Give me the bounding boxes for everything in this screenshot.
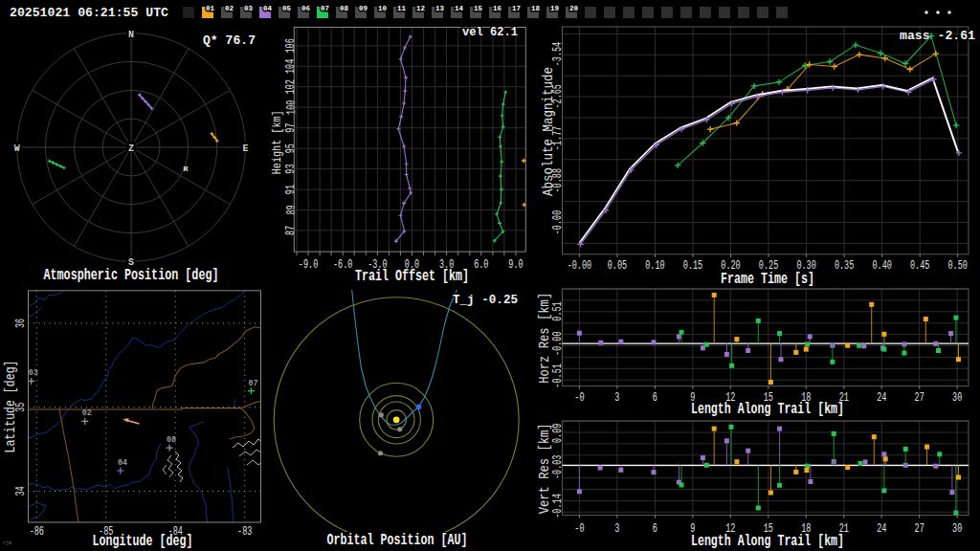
- svg-text:W: W: [14, 143, 20, 154]
- svg-text:0.15: 0.15: [683, 259, 702, 273]
- svg-text:10: 10: [378, 4, 387, 12]
- svg-text:-0.00: -0.00: [551, 210, 565, 235]
- svg-text:0.35: 0.35: [835, 259, 854, 273]
- svg-text:rjm: rjm: [3, 540, 11, 546]
- svg-text:0.50: 0.50: [948, 259, 968, 273]
- svg-text:30: 30: [952, 391, 962, 405]
- svg-text:Horz Res [km]: Horz Res [km]: [538, 293, 554, 384]
- svg-text:-86: -86: [30, 525, 44, 539]
- svg-text:0.10: 0.10: [645, 259, 664, 273]
- svg-text:97: 97: [285, 123, 299, 133]
- svg-text:09: 09: [359, 4, 368, 12]
- svg-text:17: 17: [512, 4, 521, 12]
- svg-text:18: 18: [531, 4, 540, 12]
- svg-text:-6.0: -6.0: [333, 258, 352, 272]
- svg-text:100: 100: [285, 100, 299, 115]
- svg-text:Height [km]: Height [km]: [270, 110, 284, 174]
- svg-text:05: 05: [282, 4, 291, 12]
- svg-text:3: 3: [614, 522, 619, 536]
- svg-text:-0: -0: [574, 522, 584, 536]
- svg-text:01: 01: [206, 4, 214, 12]
- svg-text:30: 30: [952, 522, 962, 536]
- svg-text:-0.00: -0.00: [568, 259, 592, 273]
- svg-text:34: 34: [14, 486, 28, 496]
- svg-text:-9.0: -9.0: [299, 258, 318, 272]
- svg-text:Absolute Magnitude: Absolute Magnitude: [541, 67, 557, 196]
- svg-text:36: 36: [14, 319, 28, 328]
- svg-text:02: 02: [82, 408, 92, 418]
- svg-text:Q* 76.7: Q* 76.7: [203, 33, 256, 48]
- svg-text:Vert Res [km]: Vert Res [km]: [538, 423, 554, 514]
- svg-text:Length Along Trail [km]: Length Along Trail [km]: [691, 533, 844, 550]
- svg-text:16: 16: [493, 4, 501, 12]
- svg-text:R: R: [184, 165, 189, 173]
- svg-text:02: 02: [225, 4, 234, 12]
- svg-text:106: 106: [285, 38, 299, 53]
- svg-text:20251021 06:21:55 UTC: 20251021 06:21:55 UTC: [10, 6, 168, 20]
- svg-text:04: 04: [118, 458, 128, 468]
- svg-text:-83: -83: [237, 525, 252, 539]
- svg-text:27: 27: [915, 522, 924, 536]
- svg-text:E: E: [243, 143, 249, 154]
- svg-text:Frame Time [s]: Frame Time [s]: [721, 271, 814, 288]
- svg-text:20: 20: [569, 4, 578, 12]
- svg-text:T_j -0.25: T_j -0.25: [453, 293, 518, 307]
- svg-text:3: 3: [614, 391, 619, 405]
- svg-text:12: 12: [416, 4, 425, 12]
- svg-text:87: 87: [285, 226, 299, 235]
- svg-text:89: 89: [285, 205, 299, 214]
- svg-text:03: 03: [29, 368, 38, 378]
- svg-text:08: 08: [167, 435, 176, 445]
- svg-text:24: 24: [877, 391, 886, 405]
- svg-text:03: 03: [244, 4, 253, 12]
- svg-text:-0: -0: [574, 391, 584, 405]
- svg-text:06: 06: [301, 4, 310, 12]
- svg-text:27: 27: [915, 391, 924, 405]
- svg-text:93: 93: [285, 165, 299, 174]
- svg-text:Z: Z: [128, 143, 134, 154]
- svg-text:14: 14: [455, 4, 463, 12]
- svg-text:Trail Offset [km]: Trail Offset [km]: [355, 268, 469, 285]
- svg-text:91: 91: [285, 185, 299, 194]
- svg-text:15: 15: [474, 4, 482, 12]
- svg-text:Orbital Position [AU]: Orbital Position [AU]: [327, 532, 468, 549]
- svg-text:08: 08: [340, 4, 348, 12]
- svg-text:24: 24: [877, 522, 886, 536]
- svg-text:6: 6: [653, 391, 657, 405]
- svg-text:N: N: [128, 29, 134, 40]
- svg-text:Longitude [deg]: Longitude [deg]: [93, 533, 193, 550]
- svg-text:95: 95: [285, 143, 299, 153]
- svg-text:0.40: 0.40: [872, 259, 891, 273]
- svg-text:11: 11: [397, 4, 406, 12]
- svg-text:vel 62.1: vel 62.1: [462, 25, 518, 39]
- svg-text:-3.54: -3.54: [551, 42, 565, 66]
- svg-text:Latitude [deg]: Latitude [deg]: [3, 361, 18, 453]
- svg-text:104: 104: [285, 59, 299, 74]
- svg-text:07: 07: [248, 379, 257, 388]
- svg-text:19: 19: [550, 4, 559, 12]
- svg-text:07: 07: [321, 4, 329, 12]
- svg-text:0.45: 0.45: [910, 259, 929, 273]
- svg-text:6.0: 6.0: [474, 258, 488, 272]
- svg-text:13: 13: [435, 4, 444, 12]
- svg-text:Length Along Trail [km]: Length Along Trail [km]: [691, 401, 844, 418]
- svg-text:6: 6: [653, 522, 657, 536]
- svg-text:9.0: 9.0: [508, 258, 523, 272]
- svg-text:102: 102: [285, 79, 299, 94]
- svg-text:Atmospheric Position [deg]: Atmospheric Position [deg]: [44, 267, 219, 284]
- svg-text:0.05: 0.05: [608, 259, 627, 273]
- svg-text:mass -2.61: mass -2.61: [900, 29, 975, 43]
- svg-text:04: 04: [263, 4, 272, 12]
